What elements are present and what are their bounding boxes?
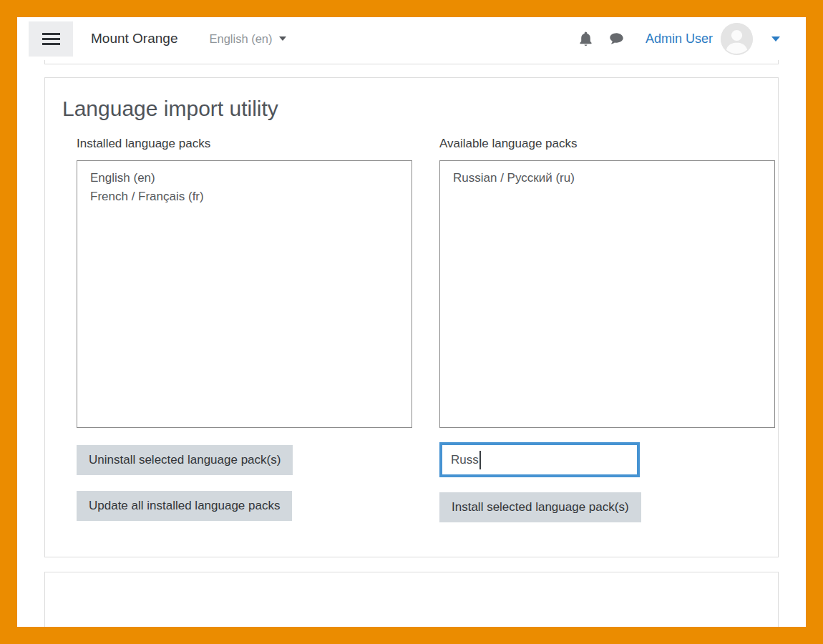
navbar: Mount Orange English (en) Admin User	[17, 17, 806, 60]
list-item[interactable]: Russian / Русский (ru)	[440, 169, 774, 187]
menu-icon[interactable]	[29, 21, 73, 57]
language-import-card: Language import utility Installed langua…	[44, 77, 779, 557]
language-dropdown[interactable]: English (en)	[209, 32, 286, 46]
main-content: Language import utility Installed langua…	[17, 60, 806, 627]
installed-packs-label: Installed language packs	[77, 136, 412, 152]
uninstall-button[interactable]: Uninstall selected language pack(s)	[77, 445, 293, 475]
bell-icon[interactable]	[578, 31, 593, 47]
text-cursor	[479, 451, 481, 469]
navbar-right-group: Admin User	[578, 23, 780, 55]
installed-packs-column: Installed language packs English (en) Fr…	[77, 136, 412, 522]
chevron-down-icon[interactable]	[771, 36, 780, 42]
avatar[interactable]	[721, 23, 753, 55]
site-title-link[interactable]: Mount Orange	[91, 31, 177, 47]
language-columns: Installed language packs English (en) Fr…	[77, 136, 746, 522]
next-card-top-edge	[44, 572, 779, 627]
chat-bubble-icon[interactable]	[609, 32, 624, 46]
user-menu-link[interactable]: Admin User	[646, 31, 713, 47]
available-packs-column: Available language packs Russian / Русск…	[439, 136, 775, 522]
scrolled-card-bottom-edge	[44, 60, 779, 64]
search-input-value: Russ	[451, 453, 479, 467]
installed-packs-listbox[interactable]: English (en) French / Français (fr)	[77, 160, 412, 428]
install-button[interactable]: Install selected language pack(s)	[439, 492, 641, 522]
list-item[interactable]: English (en)	[77, 169, 412, 187]
mount-orange-admin-page: { "theme": { "frame_color": "#eb8c00", "…	[0, 0, 823, 644]
language-search-input[interactable]: Russ	[439, 442, 640, 477]
language-dropdown-label: English (en)	[209, 32, 272, 46]
chevron-down-icon	[279, 36, 286, 41]
update-all-button[interactable]: Update all installed language packs	[77, 491, 292, 521]
available-packs-label: Available language packs	[439, 136, 775, 152]
page-title: Language import utility	[62, 96, 778, 122]
list-item[interactable]: French / Français (fr)	[77, 187, 412, 206]
page-container: Mount Orange English (en) Admin User	[17, 17, 806, 627]
available-packs-listbox[interactable]: Russian / Русский (ru)	[439, 160, 775, 428]
